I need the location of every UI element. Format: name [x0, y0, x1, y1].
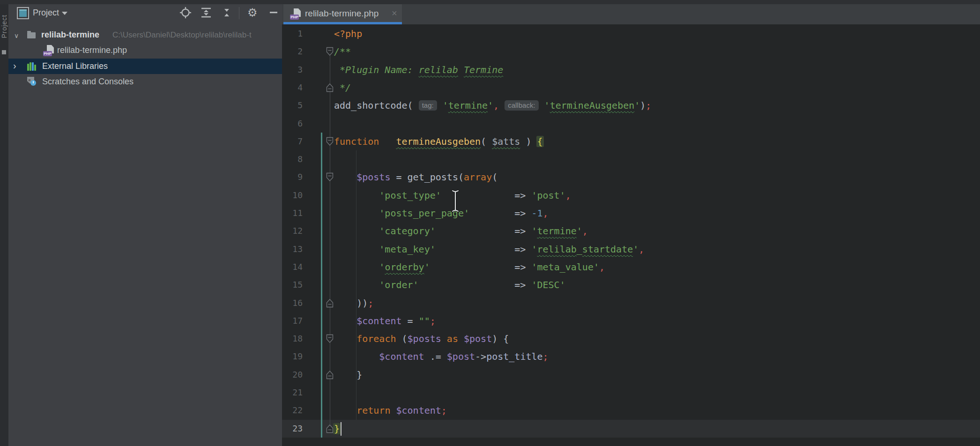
code-segment: 'meta_value': [531, 261, 599, 273]
close-icon[interactable]: ×: [392, 8, 397, 19]
fold-marker-line-16[interactable]: [326, 298, 334, 308]
code-line-18[interactable]: foreach ($posts as $post) {: [334, 330, 509, 348]
code-segment: ;: [441, 405, 447, 416]
locate-icon[interactable]: [179, 6, 192, 19]
code-line-12[interactable]: 'category' => 'termine',: [334, 222, 588, 240]
code-segment: *Plugin Name:: [334, 64, 419, 75]
code-line-9[interactable]: $posts = get_posts(array(: [334, 168, 497, 186]
code-segment: return: [356, 405, 390, 416]
code-line-13[interactable]: 'meta_key' => 'relilab_startdate',: [334, 240, 644, 259]
fold-marker-line-18[interactable]: [326, 334, 334, 343]
code-line-17[interactable]: $content = "";: [334, 312, 436, 330]
code-segment: ,: [565, 190, 571, 201]
line-number-21: 21: [282, 384, 303, 402]
code-segment: startdate: [582, 244, 633, 255]
code-line-2[interactable]: /**: [334, 43, 351, 61]
code-segment: $atts: [492, 136, 520, 147]
toolwindow-square-icon[interactable]: [2, 50, 6, 54]
project-panel-title[interactable]: Project: [33, 8, 59, 18]
tab-relilab-termine-php[interactable]: PHP relilab-termine.php ×: [283, 4, 402, 24]
code-segment: ;: [543, 351, 549, 362]
code-segment: [430, 261, 515, 273]
line-number-15: 15: [282, 276, 303, 294]
line-number-9: 9: [282, 168, 303, 186]
code-segment: $post: [464, 333, 492, 344]
code-line-20[interactable]: }: [334, 366, 362, 384]
code-segment: [334, 297, 356, 309]
code-line-14[interactable]: 'orderby' => 'meta_value',: [334, 258, 605, 276]
line-number-5: 5: [282, 97, 303, 115]
tool-window-bar: Project: [0, 4, 9, 446]
tree-item-label: Scratches and Consoles: [42, 77, 134, 87]
code-line-5[interactable]: add_shortcode( tag: 'termine', callback:…: [334, 97, 651, 115]
code-segment: {: [536, 136, 544, 147]
code-segment: _: [577, 244, 582, 255]
code-line-3[interactable]: *Plugin Name: relilab Termine: [334, 61, 503, 79]
tree-row-scratches-and-consoles[interactable]: »Scratches and Consoles: [8, 74, 282, 89]
code-segment: =>: [514, 225, 531, 237]
code-segment: 'meta_key': [379, 244, 435, 255]
code-segment: $content: [379, 351, 424, 362]
line-number-13: 13: [282, 240, 303, 259]
fold-marker-line-9[interactable]: [326, 172, 334, 182]
fold-marker-line-4[interactable]: [326, 83, 334, 92]
mouse-text-cursor: [451, 189, 460, 213]
code-segment: =>: [514, 208, 531, 219]
external-libraries-icon: [27, 62, 38, 71]
project-panel: Project ⚙ ∨relilab-termineC:\Users\Danie…: [8, 4, 282, 446]
editor-tab-bar: PHP relilab-termine.php ×: [282, 4, 980, 24]
expand-all-icon[interactable]: [200, 6, 213, 19]
chevron-collapsed-icon[interactable]: ›: [13, 60, 16, 71]
code-segment: 'order': [379, 279, 418, 290]
code-line-1[interactable]: <?php: [334, 25, 362, 43]
code-line-11[interactable]: 'posts_per_page' => -1,: [334, 204, 549, 223]
text-caret: [341, 422, 342, 436]
hide-panel-icon[interactable]: [267, 6, 280, 19]
code-segment: ,: [543, 208, 549, 219]
code-segment: [334, 315, 356, 327]
code-segment: $post: [447, 351, 475, 362]
code-line-7[interactable]: function termineAusgeben( $atts ) {: [334, 133, 543, 151]
tree-row-relilab-termine[interactable]: ∨relilab-termineC:\Users\Daniel\Desktop\…: [8, 27, 282, 43]
code-segment: =>: [514, 190, 531, 201]
code-line-4[interactable]: */: [334, 79, 351, 97]
line-number-20: 20: [282, 366, 303, 384]
code-segment: =>: [514, 261, 531, 273]
chevron-down-icon[interactable]: [62, 12, 67, 15]
code-segment: [499, 100, 505, 111]
code-segment: "": [419, 315, 430, 327]
php-file-icon: PHP: [290, 8, 301, 20]
window-top-strip: [0, 0, 980, 4]
project-toolwindow-button[interactable]: Project: [0, 15, 8, 38]
code-segment: array: [464, 171, 492, 183]
code-line-22[interactable]: return $content;: [334, 401, 447, 420]
code-segment: ': [424, 261, 430, 273]
settings-icon[interactable]: ⚙: [247, 6, 260, 19]
code-segment: ,: [599, 261, 605, 273]
tree-row-external-libraries[interactable]: ›External Libraries: [8, 59, 282, 74]
code-segment: }: [356, 369, 362, 380]
code-segment: [539, 100, 544, 111]
code-line-16[interactable]: ));: [334, 294, 373, 312]
fold-marker-line-20[interactable]: [326, 370, 334, 379]
line-number-17: 17: [282, 312, 303, 330]
code-segment: [436, 225, 515, 237]
code-segment: foreach: [356, 333, 396, 344]
code-line-15[interactable]: 'order' => 'DESC': [334, 276, 565, 294]
fold-marker-line-2[interactable]: [326, 47, 334, 56]
code-segment: relilab: [537, 244, 577, 255]
chevron-expanded-icon[interactable]: ∨: [14, 32, 19, 39]
collapse-all-icon[interactable]: [220, 6, 233, 19]
code-segment: [419, 279, 515, 290]
fold-marker-line-23[interactable]: [326, 424, 334, 433]
code-segment: 'post': [531, 190, 565, 201]
code-line-23[interactable]: }: [334, 420, 340, 438]
code-segment: ': [443, 100, 448, 111]
fold-marker-line-7[interactable]: [326, 137, 334, 146]
tree-item-label: External Libraries: [42, 61, 108, 71]
line-number-7: 7: [282, 133, 303, 151]
tree-row-relilab-termine-php[interactable]: PHPrelilab-termine.php: [8, 43, 282, 58]
code-segment: ': [544, 100, 550, 111]
code-segment: ;: [646, 100, 651, 111]
code-line-19[interactable]: $content .= $post->post_title;: [334, 348, 549, 366]
